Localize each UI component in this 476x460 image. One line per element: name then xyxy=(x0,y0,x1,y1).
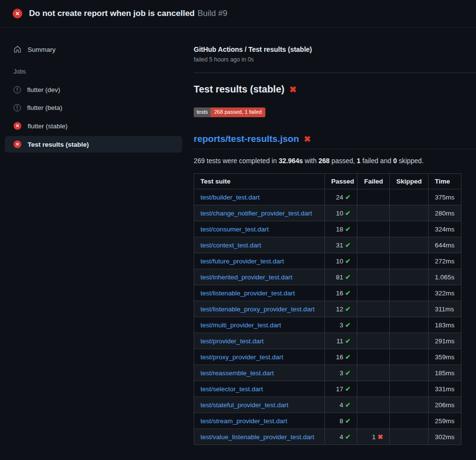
test-results-table: Test suite Passed Failed Skipped Time te… xyxy=(194,173,461,445)
passed-cell: 31✔ xyxy=(325,237,357,253)
suite-link[interactable]: test/change_notifier_provider_test.dart xyxy=(200,210,312,217)
time-cell: 185ms xyxy=(429,365,461,381)
failed-cell xyxy=(357,397,390,413)
skipped-cell xyxy=(390,301,429,317)
suite-link[interactable]: test/multi_provider_test.dart xyxy=(200,322,281,329)
suite-link[interactable]: test/reassemble_test.dart xyxy=(200,369,274,377)
suite-link[interactable]: test/listenable_provider_test.dart xyxy=(200,290,295,297)
table-row: test/selector_test.dart 17✔ 331ms xyxy=(194,381,461,397)
alert-circle-icon: ! xyxy=(14,86,21,93)
sidebar-item-summary[interactable]: Summary xyxy=(5,41,182,58)
suite-link[interactable]: test/consumer_test.dart xyxy=(200,226,269,233)
badge-label: tests xyxy=(194,107,211,117)
passed-cell: 11✔ xyxy=(325,333,357,349)
suite-link[interactable]: test/selector_test.dart xyxy=(200,385,263,393)
suite-link[interactable]: test/inherited_provider_test.dart xyxy=(200,274,292,281)
report-file-link[interactable]: reports/test-results.json xyxy=(194,134,299,144)
passed-cell: 12✔ xyxy=(325,301,357,317)
suite-link[interactable]: test/builder_test.dart xyxy=(200,194,260,201)
page-title: Do not create report when job is cancell… xyxy=(29,9,227,18)
passed-cell: 10✔ xyxy=(325,253,357,269)
skipped-cell xyxy=(390,205,429,221)
skipped-cell xyxy=(390,365,429,381)
failed-cell xyxy=(357,205,390,221)
skipped-cell xyxy=(390,397,429,413)
failed-cell xyxy=(357,269,390,285)
failed-cell xyxy=(357,333,390,349)
skipped-cell xyxy=(390,253,429,269)
skipped-cell xyxy=(390,269,429,285)
time-cell: 183ms xyxy=(429,317,461,333)
suite-link[interactable]: test/listenable_proxy_provider_test.dart xyxy=(200,306,315,313)
failed-cell xyxy=(357,365,390,381)
sidebar-item-job[interactable]: ✕ Test results (stable) xyxy=(5,136,182,153)
jobs-section-label: Jobs xyxy=(14,68,182,75)
passed-cell: 16✔ xyxy=(325,285,357,301)
col-header-skipped: Skipped xyxy=(390,174,429,189)
failed-cell xyxy=(357,317,390,333)
col-header-time: Time xyxy=(429,174,461,189)
check-icon: ✔ xyxy=(345,337,351,345)
table-row: test/provider_test.dart 11✔ 291ms xyxy=(194,333,461,349)
time-cell: 302ms xyxy=(429,429,461,445)
time-cell: 291ms xyxy=(429,333,461,349)
suite-link[interactable]: test/value_listenable_provider_test.dart xyxy=(200,433,314,441)
suite-link[interactable]: test/stateful_provider_test.dart xyxy=(200,401,289,409)
passed-cell: 3✔ xyxy=(325,365,357,381)
passed-cell: 8✔ xyxy=(325,413,357,429)
table-row: test/change_notifier_provider_test.dart … xyxy=(194,205,461,221)
time-cell: 644ms xyxy=(429,237,461,253)
failed-cell xyxy=(357,349,390,365)
sidebar-item-job[interactable]: ✕ flutter (stable) xyxy=(5,118,182,134)
home-icon xyxy=(14,46,21,53)
table-row: test/consumer_test.dart 18✔ 324ms xyxy=(194,221,461,237)
check-icon: ✔ xyxy=(345,290,351,297)
check-icon: ✔ xyxy=(345,385,351,393)
time-cell: 272ms xyxy=(429,253,461,269)
check-icon: ✔ xyxy=(345,401,351,409)
suite-link[interactable]: test/context_test.dart xyxy=(200,242,261,249)
main-content: GitHub Actions / Test results (stable) f… xyxy=(194,28,476,460)
test-table-body: test/builder_test.dart 24✔ 375ms test/ch… xyxy=(194,189,461,445)
sidebar-item-job[interactable]: ! flutter (dev) xyxy=(5,82,182,98)
table-row: test/stream_provider_test.dart 8✔ 259ms xyxy=(194,413,461,429)
time-cell: 206ms xyxy=(429,397,461,413)
table-row: test/context_test.dart 31✔ 644ms xyxy=(194,237,461,253)
failed-cell xyxy=(357,253,390,269)
time-cell: 280ms xyxy=(429,205,461,221)
workflow-run-title: Do not create report when job is cancell… xyxy=(29,9,195,18)
sidebar-item-job[interactable]: ! flutter (beta) xyxy=(5,100,182,116)
time-cell: 324ms xyxy=(429,221,461,237)
skipped-cell xyxy=(390,381,429,397)
suite-link[interactable]: test/future_provider_test.dart xyxy=(200,258,284,265)
time-cell: 311ms xyxy=(429,301,461,317)
skipped-cell xyxy=(390,317,429,333)
failed-cell xyxy=(357,301,390,317)
suite-link[interactable]: test/provider_test.dart xyxy=(200,337,264,345)
passed-cell: 18✔ xyxy=(325,221,357,237)
time-cell: 375ms xyxy=(429,189,461,205)
check-icon: ✔ xyxy=(345,274,351,281)
badge-value: 268 passed, 1 failed xyxy=(211,107,265,117)
passed-cell: 17✔ xyxy=(325,381,357,397)
skipped-cell xyxy=(390,429,429,445)
run-status-line: failed 5 hours ago in 0s xyxy=(194,56,476,63)
time-cell: 322ms xyxy=(429,285,461,301)
table-row: test/future_provider_test.dart 10✔ 272ms xyxy=(194,253,461,269)
skipped-cell xyxy=(390,237,429,253)
check-icon: ✔ xyxy=(345,433,351,441)
passed-cell: 81✔ xyxy=(325,269,357,285)
suite-link[interactable]: test/stream_provider_test.dart xyxy=(200,417,287,425)
x-circle-icon: ✕ xyxy=(14,122,21,130)
summary-line: 269 tests were completed in 32.964s with… xyxy=(194,157,476,165)
job-label: flutter (stable) xyxy=(28,123,68,130)
alert-circle-icon: ! xyxy=(14,104,21,111)
col-header-failed: Failed xyxy=(357,174,390,189)
suite-link[interactable]: test/proxy_provider_test.dart xyxy=(200,353,283,361)
check-icon: ✔ xyxy=(345,210,351,217)
col-header-passed: Passed xyxy=(325,174,357,189)
table-row: test/multi_provider_test.dart 3✔ 183ms xyxy=(194,317,461,333)
build-number: Build #9 xyxy=(198,9,227,18)
skipped-cell xyxy=(390,349,429,365)
skipped-cell xyxy=(390,189,429,205)
